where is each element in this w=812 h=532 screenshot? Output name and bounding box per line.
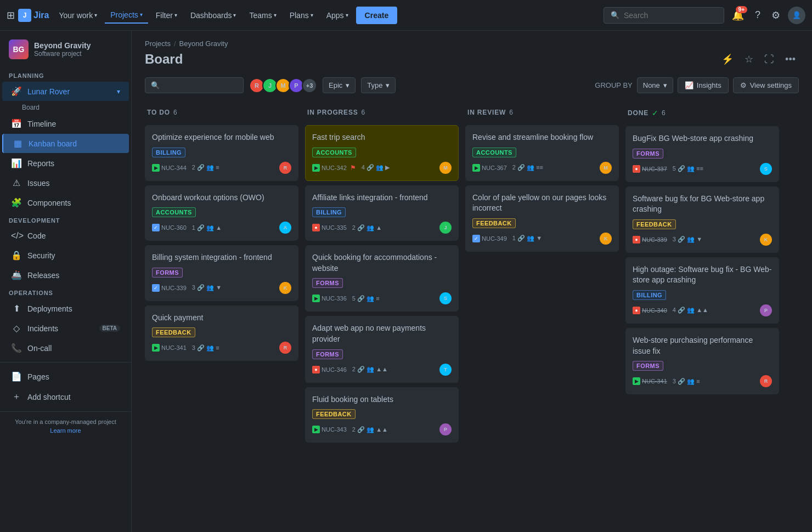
card-title: Fluid booking on tablets: [312, 394, 452, 405]
settings-button[interactable]: ⚙: [768, 6, 783, 25]
logo-area: ⊞ J Jira: [7, 9, 49, 22]
sidebar-item-on-call[interactable]: 📞 On-call: [2, 338, 129, 358]
chevron-down-icon: ▾: [274, 12, 277, 18]
sidebar-item-lunar-rover[interactable]: 🚀 Lunar Rover ▾: [2, 82, 129, 101]
sidebar-item-add-shortcut[interactable]: ＋ Add shortcut: [2, 387, 129, 407]
sidebar-item-board-sub[interactable]: Board: [2, 101, 129, 114]
column-inprogress: IN PROGRESS 6 Fast trip search ACCOUNTS …: [305, 104, 459, 447]
jira-logo[interactable]: J Jira: [18, 9, 49, 22]
insights-chart-icon: 📈: [685, 81, 693, 89]
sidebar-item-pages[interactable]: 📄 Pages: [2, 367, 129, 386]
card-tag-feedback: FEEDBACK: [633, 219, 676, 229]
card-tag-accounts: ACCOUNTS: [312, 148, 356, 157]
card-nuc-339[interactable]: Billing system integration - frontend FO…: [145, 245, 298, 301]
incidents-icon: ◇: [11, 323, 22, 333]
card-stats: 5 🔗 👥 ≡: [352, 295, 380, 302]
add-shortcut-icon: ＋: [11, 391, 22, 403]
column-inreview-count: 6: [509, 109, 513, 116]
card-number: NUC-340: [642, 307, 667, 314]
lightning-button[interactable]: ⚡: [718, 50, 737, 69]
story-icon: ▶: [152, 164, 160, 172]
sidebar-item-kanban-board[interactable]: ▦ Kanban board: [2, 134, 129, 153]
avatar-filter-more[interactable]: +3: [302, 78, 317, 93]
card-title: Color of pale yellow on our pages looks …: [472, 193, 612, 214]
sidebar-item-issues[interactable]: ⚠ Issues: [2, 173, 129, 193]
card-id: ● NUC-337: [633, 165, 667, 173]
card-stats: 2 🔗 👥 ▲▲: [352, 366, 388, 373]
card-nuc-336[interactable]: Quick booking for accommodations - websi…: [305, 245, 459, 312]
grid-icon[interactable]: ⊞: [7, 9, 15, 21]
card-stats: 3 🔗 👥 ≡: [192, 344, 219, 352]
card-title: Billing system integration - frontend: [152, 252, 291, 263]
nav-projects[interactable]: Projects ▾: [105, 7, 148, 24]
group-by-label: GROUP BY: [595, 81, 632, 89]
filter-search[interactable]: 🔍: [145, 77, 244, 93]
card-nuc-342[interactable]: Fast trip search ACCOUNTS ▶ NUC-342 ⚑ 4 …: [305, 125, 459, 181]
nav-plans[interactable]: Plans ▾: [284, 8, 319, 23]
sidebar-item-incidents[interactable]: ◇ Incidents BETA: [2, 319, 129, 338]
help-button[interactable]: ?: [752, 6, 764, 24]
column-inprogress-title: IN PROGRESS: [307, 109, 358, 116]
card-nuc-367[interactable]: Revise and streamline booking flow ACCOU…: [465, 125, 619, 181]
chevron-down-icon: ▾: [140, 12, 143, 18]
sidebar-item-security[interactable]: 🔒 Security: [2, 246, 129, 265]
nav-your-work[interactable]: Your work ▾: [53, 8, 103, 23]
sidebar-project[interactable]: BG Beyond Gravity Software project: [0, 31, 131, 68]
nav-apps[interactable]: Apps ▾: [321, 8, 354, 23]
filter-input[interactable]: [163, 81, 238, 89]
breadcrumb-projects[interactable]: Projects: [145, 39, 171, 48]
column-inprogress-count: 6: [362, 109, 365, 116]
search-input[interactable]: [624, 11, 717, 20]
more-options-button[interactable]: •••: [782, 50, 799, 69]
card-tag-billing: BILLING: [152, 148, 185, 157]
card-nuc-344[interactable]: Optimize experience for mobile web BILLI…: [145, 125, 298, 181]
sidebar-item-releases[interactable]: 🚢 Releases: [2, 265, 129, 285]
group-by-dropdown[interactable]: None ▾: [637, 77, 673, 93]
card-tag-forms: FORMS: [633, 361, 663, 371]
card-nuc-346[interactable]: Adapt web app no new payments provider F…: [305, 316, 459, 382]
nav-dashboards[interactable]: Dashboards ▾: [185, 8, 242, 23]
sidebar-item-timeline[interactable]: 📅 Timeline: [2, 114, 129, 133]
card-number: NUC-342: [322, 165, 347, 171]
card-nuc-339-done[interactable]: Software bug fix for BG Web-store app cr…: [625, 186, 779, 253]
sidebar-footer-link[interactable]: Learn more: [9, 427, 122, 434]
create-button[interactable]: Create: [356, 7, 398, 24]
star-button[interactable]: ☆: [741, 50, 757, 69]
view-settings-button[interactable]: ⚙ View settings: [733, 77, 799, 93]
card-avatar: T: [439, 364, 452, 376]
card-nuc-343[interactable]: Fluid booking on tablets FEEDBACK ▶ NUC-…: [305, 387, 459, 443]
card-nuc-341[interactable]: Quick payment FEEDBACK ▶ NUC-341 3 🔗 👥 ≡…: [145, 305, 298, 361]
sidebar-section-planning: PLANNING: [0, 68, 131, 81]
nav-filter[interactable]: Filter ▾: [150, 8, 183, 23]
chevron-down-icon: ▾: [311, 12, 313, 18]
sidebar-item-deployments[interactable]: ⬆ Deployments: [2, 299, 129, 318]
notifications-button[interactable]: 🔔 9+: [729, 6, 747, 25]
sidebar-item-components[interactable]: 🧩 Components: [2, 193, 129, 212]
code-icon: </>: [11, 231, 22, 241]
card-nuc-349[interactable]: Color of pale yellow on our pages looks …: [465, 185, 619, 252]
sidebar-item-code[interactable]: </> Code: [2, 227, 129, 245]
pages-icon: 📄: [11, 371, 22, 382]
card-nuc-340[interactable]: High outage: Software bug fix - BG Web-s…: [625, 257, 779, 324]
nav-teams[interactable]: Teams ▾: [244, 8, 281, 23]
type-dropdown[interactable]: Type ▾: [361, 77, 396, 93]
sidebar-item-reports[interactable]: 📊 Reports: [2, 154, 129, 173]
card-avatar: J: [439, 222, 452, 234]
card-tag-forms: FORMS: [152, 268, 183, 278]
insights-button[interactable]: 📈 Insights: [678, 77, 729, 93]
card-nuc-341-done[interactable]: Web-store purchasing performance issue f…: [625, 328, 779, 394]
card-nuc-360[interactable]: Onboard workout options (OWO) ACCOUNTS ✓…: [145, 185, 298, 241]
card-title: Web-store purchasing performance issue f…: [633, 335, 772, 356]
card-title: Onboard workout options (OWO): [152, 193, 291, 203]
breadcrumb-separator: /: [174, 39, 176, 48]
search-box[interactable]: 🔍: [604, 7, 724, 24]
card-id: ▶ NUC-341: [633, 377, 667, 385]
search-icon: 🔍: [611, 11, 619, 19]
breadcrumb-project[interactable]: Beyond Gravity: [179, 39, 228, 48]
card-nuc-335[interactable]: Affiliate links integration - frontend B…: [305, 185, 459, 241]
epic-dropdown[interactable]: Epic ▾: [323, 77, 356, 93]
card-nuc-337[interactable]: BugFix BG Web-store app crashing FORMS ●…: [625, 126, 779, 182]
user-avatar[interactable]: 👤: [788, 7, 805, 24]
on-call-icon: 📞: [11, 343, 22, 353]
fullscreen-button[interactable]: ⛶: [761, 50, 777, 69]
